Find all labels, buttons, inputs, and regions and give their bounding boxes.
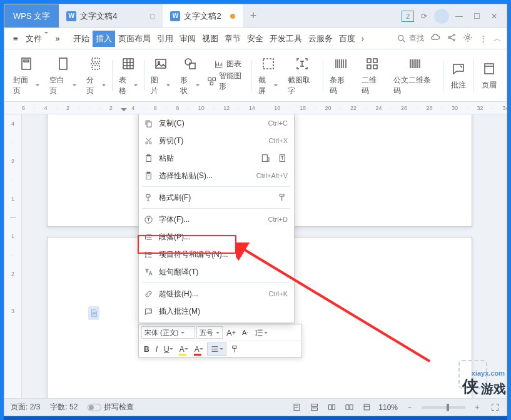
tab-pagelayout[interactable]: 页面布局 — [115, 31, 154, 47]
svg-rect-13 — [208, 78, 211, 80]
tabs-overflow-icon[interactable]: › — [358, 31, 367, 46]
font-size-dropdown[interactable]: 五号 — [196, 326, 223, 339]
ctx-font[interactable]: 字体(F)...Ctrl+D — [139, 211, 294, 228]
app-tab[interactable]: WPS 文字 — [4, 4, 59, 28]
svg-rect-15 — [210, 82, 213, 84]
spellcheck-toggle[interactable]: 拼写检查 — [88, 402, 134, 412]
indent-marker-icon[interactable] — [121, 108, 127, 114]
maximize-button[interactable]: ☐ — [469, 9, 484, 24]
paste-keep-icon[interactable] — [260, 153, 270, 163]
ctx-format-painter[interactable]: 格式刷(F) — [139, 189, 294, 206]
ctx-paste-special[interactable]: 选择性粘贴(S)...Ctrl+Alt+V — [139, 167, 294, 184]
grow-font-button[interactable]: A+ — [224, 327, 238, 339]
more-icon[interactable]: » — [52, 34, 64, 43]
bold-button[interactable]: B — [141, 344, 152, 355]
ctx-copy[interactable]: 复制(C)Ctrl+C — [139, 114, 294, 132]
notification-badge[interactable]: 2 — [402, 11, 414, 22]
tab-start[interactable]: 开始 — [70, 31, 93, 47]
highlight-button[interactable]: A — [177, 344, 191, 355]
more-menu-icon[interactable]: ⋮ — [479, 34, 487, 43]
word-count[interactable]: 字数: 52 — [50, 402, 78, 412]
svg-point-32 — [145, 254, 146, 255]
tab-insert[interactable]: 插入 — [93, 31, 115, 47]
font-name-dropdown[interactable]: 宋体 (正文) — [141, 326, 195, 339]
format-painter-button[interactable] — [228, 343, 242, 355]
tab-close-icon[interactable]: ▢ — [149, 12, 155, 19]
zoom-slider[interactable] — [422, 406, 465, 409]
shape-button[interactable]: 形状 — [175, 49, 205, 101]
tab-reference[interactable]: 引用 — [154, 31, 176, 47]
cover-page-button[interactable]: 封面页 — [8, 49, 44, 101]
cloud-icon[interactable] — [430, 32, 440, 44]
doc-tab-1[interactable]: W 文字文稿4 ▢ — [59, 4, 163, 28]
minimize-button[interactable]: — — [452, 9, 467, 24]
tab-view[interactable]: 视图 — [199, 31, 221, 47]
settings-icon[interactable] — [463, 32, 473, 44]
close-button[interactable]: ✕ — [487, 9, 502, 24]
paste-icon — [143, 152, 154, 164]
vertical-ruler[interactable]: 4·2·1—1·2·3 — [4, 114, 22, 398]
share-icon[interactable] — [447, 32, 457, 44]
gov-2d-barcode-button[interactable]: 公文二维条码 — [388, 49, 442, 101]
tab-devtools[interactable]: 开发工具 — [266, 31, 305, 47]
shrink-font-button[interactable]: A- — [240, 328, 251, 338]
page-break-button[interactable]: 分页 — [81, 49, 111, 101]
blank-page-button[interactable]: 空白页 — [44, 49, 81, 101]
ctx-hyperlink[interactable]: 超链接(H)...Ctrl+K — [139, 285, 294, 302]
zoom-out-button[interactable]: － — [404, 402, 415, 413]
outline-view-icon[interactable] — [326, 402, 337, 413]
svg-point-0 — [398, 35, 403, 40]
tab-baidu[interactable]: 百度 — [336, 31, 358, 47]
avatar[interactable] — [434, 9, 449, 24]
image-button[interactable]: 图片 — [146, 49, 175, 101]
doc-tab-2[interactable]: W 文字文稿2 — [163, 4, 242, 28]
svg-rect-9 — [156, 59, 166, 68]
ctx-translate[interactable]: 短句翻译(T) — [139, 263, 294, 281]
align-button[interactable] — [207, 342, 226, 356]
smartart-button[interactable]: 智能图形 — [207, 71, 248, 92]
statusbar: 页面: 2/3 字数: 52 拼写检查 110% － ＋ — [4, 398, 507, 416]
svg-rect-19 — [367, 65, 371, 69]
line-spacing-button[interactable] — [252, 327, 270, 339]
ctx-paste[interactable]: 粘贴 — [139, 149, 294, 167]
reading-view-icon[interactable] — [343, 402, 355, 413]
section-doc-icon[interactable] — [88, 306, 99, 320]
new-tab-button[interactable]: + — [243, 9, 265, 22]
search-button[interactable]: 查找 — [397, 33, 424, 44]
qrcode-button[interactable]: 二维码 — [357, 49, 388, 101]
horizontal-ruler[interactable]: 6·4·2···2·4·6·8·10·12·14·16·18·20·22·24·… — [4, 102, 507, 114]
collapse-ribbon-icon[interactable]: ︿ — [493, 33, 502, 44]
italic-button[interactable]: I — [153, 344, 160, 355]
menubar: ≡ 文件 » 开始 插入 页面布局 引用 审阅 视图 章节 安全 开发工具 云服… — [4, 28, 507, 49]
fullscreen-icon[interactable] — [489, 402, 500, 413]
paste-text-icon[interactable] — [278, 153, 288, 163]
print-layout-icon[interactable] — [291, 402, 302, 413]
sync-icon[interactable]: ⟳ — [417, 9, 432, 24]
zoom-level[interactable]: 110% — [378, 403, 398, 412]
svg-rect-18 — [373, 59, 377, 62]
ocr-button[interactable]: 截图取字 — [283, 49, 321, 101]
tab-review[interactable]: 审阅 — [176, 31, 199, 47]
font-color-button[interactable]: A — [192, 344, 206, 355]
ctx-cut[interactable]: 剪切(T)Ctrl+X — [139, 132, 294, 149]
layout-icon[interactable] — [361, 402, 372, 413]
tab-security[interactable]: 安全 — [244, 31, 266, 47]
page-indicator[interactable]: 页面: 2/3 — [11, 402, 40, 412]
table-button[interactable]: 表格 — [114, 49, 143, 101]
tab-cloud[interactable]: 云服务 — [305, 31, 336, 47]
ctx-insert-comment[interactable]: 插入批注(M) — [139, 302, 294, 320]
format-painter-icon — [143, 192, 154, 203]
hamburger-icon[interactable]: ≡ — [9, 34, 22, 43]
web-layout-icon[interactable] — [308, 402, 320, 413]
header-button[interactable]: 页眉 — [475, 49, 503, 101]
tab-section[interactable]: 章节 — [221, 31, 244, 47]
zoom-in-button[interactable]: ＋ — [472, 402, 483, 413]
barcode-button[interactable]: 条形码 — [325, 49, 357, 101]
file-menu[interactable]: 文件 — [22, 33, 52, 44]
underline-button[interactable]: U — [161, 344, 176, 355]
comment-button[interactable]: 批注 — [445, 49, 472, 101]
ctx-bullets[interactable]: 项目符号和编号(N)... — [139, 246, 294, 263]
ctx-paragraph[interactable]: 段落(P)... — [139, 228, 294, 246]
screenshot-button[interactable]: 截屏 — [253, 49, 283, 101]
chart-button[interactable]: 图表 — [214, 59, 241, 69]
